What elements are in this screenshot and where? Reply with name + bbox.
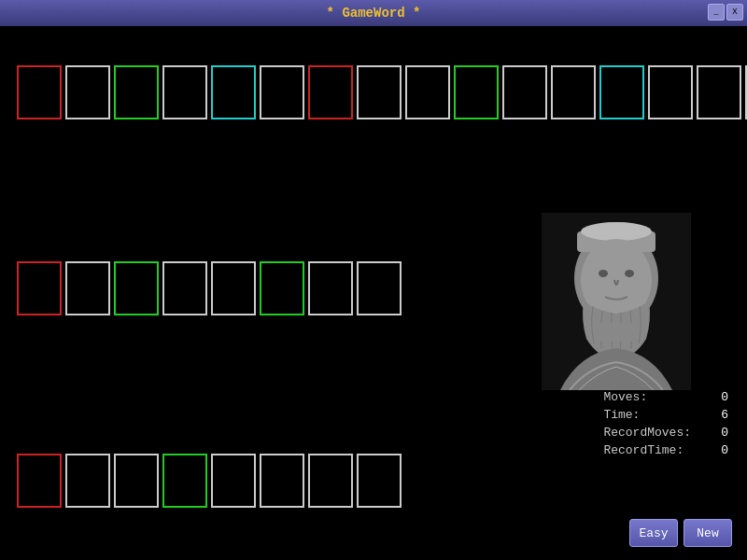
minimize-button[interactable]: _ [708,4,725,21]
letter-box[interactable] [162,65,207,119]
time-value: 6 [710,408,728,422]
record-time-value: 0 [710,443,728,457]
record-moves-value: 0 [710,426,728,440]
letter-box[interactable] [162,454,207,508]
letter-box[interactable] [648,65,693,119]
letter-box[interactable] [308,261,353,315]
close-button[interactable]: X [726,4,743,21]
new-button[interactable]: New [684,519,732,547]
letter-box[interactable] [162,261,207,315]
time-label: Time: [603,408,640,422]
moves-label: Moves: [603,390,647,404]
letter-box[interactable] [114,454,159,508]
letter-box[interactable] [211,261,256,315]
svg-point-6 [599,270,608,277]
letter-box[interactable] [114,261,159,315]
portrait [542,213,691,390]
letter-row-3 [17,454,402,508]
svg-point-7 [625,270,634,277]
letter-box[interactable] [697,65,741,119]
letter-box[interactable] [17,261,62,315]
easy-button[interactable]: Easy [629,519,678,547]
letter-box[interactable] [260,65,304,119]
letter-box[interactable] [65,454,110,508]
bottom-buttons: Easy New [629,519,732,547]
letter-box[interactable] [65,65,110,119]
letter-box[interactable] [357,261,402,315]
moves-value: 0 [710,390,728,404]
title-bar: * GameWord * _ X [0,0,747,26]
moves-row: Moves: 0 [603,390,728,404]
app-title: * GameWord * [327,6,421,21]
letter-box[interactable] [551,65,596,119]
letter-box[interactable] [260,454,304,508]
letter-box[interactable] [211,65,256,119]
record-moves-label: RecordMoves: [603,426,691,440]
svg-point-4 [581,222,652,241]
letter-box[interactable] [405,65,450,119]
record-time-label: RecordTime: [603,443,684,457]
letter-box[interactable] [211,454,256,508]
letter-box[interactable] [599,65,644,119]
record-moves-row: RecordMoves: 0 [603,426,728,440]
letter-box[interactable] [17,65,62,119]
letter-box[interactable] [357,65,402,119]
record-time-row: RecordTime: 0 [603,443,728,457]
letter-row-2 [17,261,402,315]
game-area: Moves: 0 Time: 6 RecordMoves: 0 RecordTi… [0,26,747,560]
window-controls[interactable]: _ X [708,4,743,21]
svg-rect-8 [598,323,635,342]
letter-box[interactable] [308,454,353,508]
letter-box[interactable] [114,65,159,119]
letter-box[interactable] [65,261,110,315]
letter-box[interactable] [308,65,353,119]
letter-box[interactable] [357,454,402,508]
letter-box[interactable] [17,454,62,508]
letter-box[interactable] [502,65,547,119]
time-row: Time: 6 [603,408,728,422]
letter-row-1 [17,65,747,119]
stats-panel: Moves: 0 Time: 6 RecordMoves: 0 RecordTi… [603,390,728,461]
letter-box[interactable] [454,65,499,119]
letter-box[interactable] [260,261,304,315]
